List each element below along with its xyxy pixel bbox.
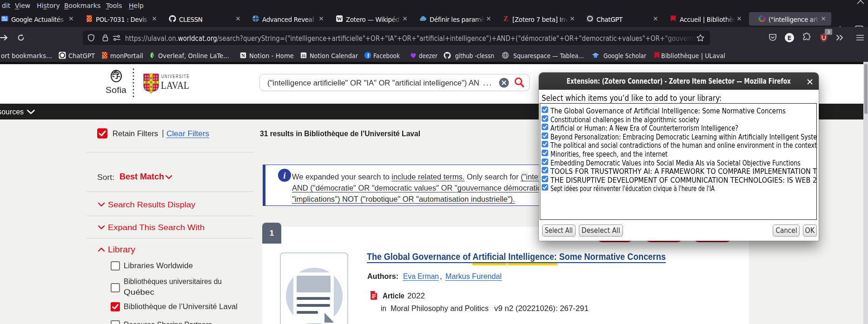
bookmark-label: Facebook (373, 52, 400, 60)
deselect-all-button[interactable]: Deselect All (579, 225, 623, 237)
cancel-button[interactable]: Cancel (773, 225, 800, 237)
dialog-list-item[interactable]: THE DISRUPTIVE DEVELOPMENT OF COMMUNICAT… (540, 175, 816, 184)
sofia-wordmark[interactable]: Sofia (106, 86, 126, 94)
worldcat-icon (758, 15, 766, 22)
tab-close-icon[interactable] (653, 16, 658, 21)
forward-button-icon[interactable] (0, 34, 8, 41)
item-checkbox-checked[interactable] (542, 141, 548, 147)
author-link-markus-furendal[interactable]: Markus Furendal (445, 272, 502, 280)
library-collapse-chevron-icon[interactable] (98, 247, 105, 252)
tab-close-icon[interactable] (152, 16, 157, 21)
menu-help[interactable]: Help (129, 2, 144, 9)
section-expand-this-search[interactable]: Expand This Search With (108, 224, 205, 231)
menu-view[interactable]: View (15, 2, 30, 9)
pocket-icon[interactable] (768, 33, 777, 42)
ok-button[interactable]: OK (803, 225, 817, 237)
tab-close-icon[interactable] (68, 16, 74, 21)
facet-bul-checkbox[interactable] (111, 302, 120, 311)
universite-laval-shield[interactable] (143, 73, 159, 93)
dialog-list-item[interactable]: Minorities, free speech, and the interne… (540, 149, 816, 158)
tab-close-icon[interactable] (318, 16, 324, 21)
facet-rsp-checkbox[interactable] (111, 320, 120, 324)
item-checkbox-checked[interactable] (542, 150, 548, 156)
menu-tools[interactable]: Tools (106, 2, 122, 9)
sofia-logo[interactable] (110, 69, 123, 83)
window-close-icon[interactable] (856, 0, 865, 5)
tab-close-icon[interactable] (235, 16, 241, 21)
item-checkbox-checked[interactable] (542, 167, 548, 173)
dialog-list-item[interactable]: Embedding Democratic Values into Social … (540, 158, 816, 166)
github-icon (169, 15, 176, 22)
sort-chevron-icon[interactable] (165, 175, 172, 179)
dialog-list-item[interactable]: Artificial or Human: A New Era of Counte… (540, 123, 816, 132)
item-checkbox-checked[interactable] (542, 176, 548, 182)
tab-close-icon[interactable] (570, 16, 575, 21)
firefox-menubar: dit View History Bookmarks Tools Help (0, 0, 868, 10)
facet-label: Resource Sharing Partners (124, 321, 212, 324)
overleaf-favicon (148, 52, 156, 59)
svg-text:N: N (241, 53, 245, 58)
author-link-eva-erman[interactable]: Eva Erman (403, 272, 439, 280)
item-checkbox-checked[interactable] (542, 159, 548, 165)
section-library[interactable]: Library (108, 245, 135, 254)
reload-button-icon[interactable] (17, 33, 25, 42)
url-bar[interactable]: https://ulaval.on.worldcat.org/search?qu… (83, 31, 710, 45)
section-search-results-display[interactable]: Search Results Display (108, 201, 195, 209)
search-box[interactable]: ("intelligence artificielle" OR "IA" OR … (259, 74, 530, 91)
search-submit-icon[interactable] (513, 77, 525, 89)
shield-icon[interactable] (87, 34, 95, 42)
dialog-close-icon[interactable] (807, 79, 813, 85)
universite-wordmark: UNIVERSITÉ (161, 74, 190, 79)
search-input-value[interactable]: ("intelligence artificielle" OR "IA" OR … (267, 79, 479, 87)
overflow-chevrons-icon[interactable] (835, 33, 845, 42)
dialog-list-item[interactable]: Beyond Personalization: Embracing Democr… (540, 132, 816, 140)
clear-filters-link[interactable]: Clear Filters (166, 130, 209, 138)
dialog-list-item[interactable]: Sept idées pour réinventer l'éducation c… (540, 183, 816, 192)
dialog-list-item[interactable]: Constitutional challenges in the algorit… (540, 114, 816, 123)
facet-libraries-worldwide-checkbox[interactable] (111, 261, 120, 271)
google-scholar-favicon (592, 52, 599, 59)
google-news-icon (1, 15, 8, 22)
url-text[interactable]: https://ulaval.on.worldcat.org/search?qu… (125, 34, 704, 43)
menu-bookmarks[interactable]: Bookmarks (64, 2, 100, 9)
bookmark-label: Google Scholar (603, 52, 646, 60)
page-scrollbar[interactable] (863, 62, 868, 324)
tab-close-icon[interactable] (736, 16, 742, 21)
menu-edit[interactable]: dit (2, 2, 10, 9)
permissions-icon[interactable] (113, 35, 121, 41)
dialog-list-item[interactable]: The Global Governance of Artificial Inte… (540, 106, 816, 114)
resources-menu[interactable]: Resources (0, 108, 24, 116)
include-related-terms-link[interactable]: include related terms. (391, 172, 464, 181)
menu-history[interactable]: History (37, 2, 60, 9)
zotero-icon: Z (502, 15, 510, 22)
extension-e-icon[interactable]: E (784, 33, 795, 43)
sidebar-divider (86, 152, 254, 152)
laval-wordmark: LAVAL (161, 79, 189, 91)
lock-icon[interactable] (102, 34, 109, 42)
dialog-titlebar[interactable]: Extension: (Zotero Connector) - Zotero I… (539, 73, 819, 90)
section-chevron-icon[interactable] (98, 202, 105, 207)
retain-filters-checkbox[interactable] (97, 128, 107, 139)
extensions-puzzle-icon[interactable] (802, 33, 812, 43)
hamburger-menu-icon[interactable] (856, 34, 864, 41)
dialog-list-item[interactable]: The political and social contradictions … (540, 140, 816, 149)
tab-close-icon[interactable] (486, 16, 491, 21)
select-all-button[interactable]: Select All (542, 225, 576, 237)
facet-buq-checkbox[interactable] (111, 283, 120, 292)
item-checkbox-checked[interactable] (542, 124, 548, 130)
item-checkbox-checked[interactable] (542, 106, 548, 113)
item-checkbox-checked[interactable] (542, 115, 548, 122)
journal-name[interactable]: Moral Philosophy and Politics (391, 304, 489, 312)
page-scrollbar-thumb[interactable] (864, 64, 868, 114)
sort-value[interactable]: Best Match (119, 172, 164, 181)
dialog-item-list[interactable]: The Global Governance of Artificial Inte… (540, 103, 817, 220)
item-checkbox-checked[interactable] (542, 184, 548, 191)
section-chevron-icon[interactable] (98, 225, 105, 230)
tab-close-icon[interactable] (402, 16, 408, 21)
item-checkbox-checked[interactable] (542, 132, 548, 139)
bookmark-star-icon[interactable] (696, 34, 704, 42)
dialog-list-item[interactable]: TOOLS FOR TRUSTWORTHY AI: A FRAMEWORK TO… (540, 166, 816, 175)
tab-close-icon[interactable] (821, 16, 826, 21)
search-clear-icon[interactable] (499, 78, 509, 88)
result-title-link[interactable]: The Global Governance of Artificial Inte… (367, 252, 666, 261)
